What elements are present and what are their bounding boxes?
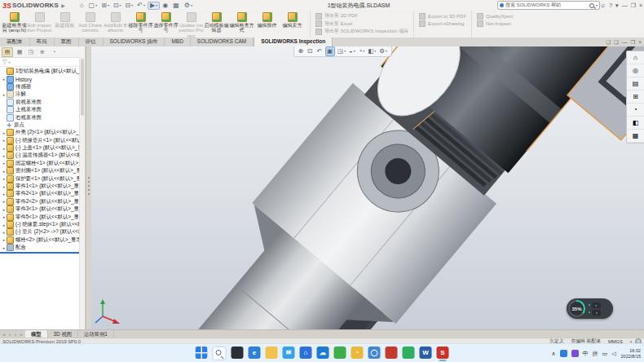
panel-tab-icon[interactable]: ▤ xyxy=(2,47,13,57)
task-pane-tab[interactable]: ◔ xyxy=(627,104,644,117)
taskbar-app-icon[interactable]: ⌂ xyxy=(300,347,312,359)
tree-item[interactable]: ▸ (-) 温度传感器<1> (默认<<默认>_ xyxy=(2,152,85,159)
taskbar-app-icon[interactable] xyxy=(232,347,244,359)
graphics-viewport[interactable]: ⊕ ⊡ ↶ ▣ xyxy=(91,46,644,329)
chevron-down-icon[interactable]: ▾ xyxy=(131,2,133,10)
tray-icon[interactable]: 中 xyxy=(583,350,589,358)
tree-item[interactable]: ▸ 零件3<1> (默认<<默认>_显示状态 xyxy=(2,205,85,213)
quick-access-button[interactable]: ⊟ ▾ xyxy=(124,2,135,10)
chevron-down-icon[interactable]: ▾ xyxy=(344,47,346,55)
taskbar-app-icon[interactable] xyxy=(386,347,398,359)
tree-item[interactable]: ▸ History xyxy=(2,75,85,82)
headsup-tool-button[interactable]: ↶ xyxy=(316,47,324,55)
export-link[interactable]: 导出至 Excel xyxy=(315,20,408,29)
panel-tab-icon[interactable]: ▦ xyxy=(15,48,24,56)
recorder-button[interactable]: ▸ xyxy=(592,302,601,308)
tree-item[interactable]: ▸ 零件5<1> (默认<<默认>_显示状态 xyxy=(2,213,85,220)
taskbar-app-icon[interactable]: ☁ xyxy=(317,347,329,359)
document-window-control-button[interactable]: × xyxy=(638,39,642,45)
tab-scroll-button[interactable]: ‹ xyxy=(7,332,12,337)
taskbar-app-icon[interactable]: S xyxy=(437,347,449,359)
tab-scroll-button[interactable]: » xyxy=(19,332,24,337)
screen-recorder-widget[interactable]: 35% ▸ ◂ xyxy=(567,298,613,319)
ribbon-button[interactable]: 编辑卖方 xyxy=(280,11,305,38)
chevron-down-icon[interactable]: ▾ xyxy=(108,2,109,10)
filter-caret-icon[interactable]: ▾ xyxy=(8,60,10,64)
window-control-button[interactable]: × xyxy=(639,2,642,8)
taskbar-clock[interactable]: 16:02 2022/8/15 xyxy=(621,348,641,359)
rollback-bar[interactable] xyxy=(0,252,83,254)
tray-icon[interactable] xyxy=(571,350,579,357)
ribbon-tab[interactable]: SOLIDWORKS 插件 xyxy=(104,38,165,46)
3d-model[interactable] xyxy=(91,46,644,329)
export-link[interactable]: 导出至 2D PDF xyxy=(315,12,408,20)
tray-icon[interactable]: ▭ xyxy=(602,351,608,357)
quick-access-button[interactable]: ⊞ ▾ xyxy=(99,2,111,10)
tree-item[interactable]: ▸ 注解 xyxy=(2,90,85,98)
quick-access-button[interactable]: ▶ ▾ xyxy=(148,2,160,10)
taskbar-app-icon[interactable]: e xyxy=(249,347,261,359)
headsup-tool-button[interactable]: ⊡ xyxy=(307,47,314,55)
quick-access-button[interactable]: ◉ xyxy=(161,2,170,10)
ribbon-button[interactable]: 新建模板 xyxy=(52,11,77,38)
chevron-down-icon[interactable]: ▾ xyxy=(95,2,97,10)
chevron-down-icon[interactable]: ▾ xyxy=(156,2,157,9)
tree-item[interactable]: ▸ 零件2<2> (默认<<默认>_显示状态 xyxy=(2,198,85,205)
export-link[interactable]: Export eDrawing xyxy=(419,20,466,29)
task-pane-tab[interactable]: ◎ xyxy=(627,64,644,77)
panel-tab-icon[interactable]: ◔ xyxy=(49,48,59,56)
task-pane-tab[interactable]: ▦ xyxy=(627,130,644,143)
tree-item[interactable]: ▸ 零件1<1> (默认<<默认>_显示状态 xyxy=(2,183,85,190)
headsup-tool-button[interactable]: ⚙ ▾ xyxy=(378,47,388,55)
taskbar-app-icon[interactable] xyxy=(403,347,415,359)
ribbon-tab[interactable]: 装配体 xyxy=(0,38,30,46)
tree-item[interactable]: ▸ 固定螺栓<1> (默认<<默认>_显示 xyxy=(2,160,85,167)
ribbon-button[interactable]: 新建检查项目 (amp;N) xyxy=(2,11,27,38)
chevron-down-icon[interactable]: ▾ xyxy=(120,2,121,10)
document-window-control-button[interactable]: — xyxy=(622,39,628,45)
quick-access-button[interactable]: ↶ ▾ xyxy=(135,2,147,10)
ribbon-button[interactable]: Add Characteristic xyxy=(77,11,103,38)
ribbon-tab[interactable]: SOLIDWORKS CAM xyxy=(191,38,254,46)
quick-access-button[interactable]: ⌂ xyxy=(78,2,86,10)
export-link[interactable]: 导出至 SOLIDWORKS Inspection 项目 xyxy=(315,28,408,36)
tree-item[interactable]: 前视基准面 xyxy=(2,99,85,106)
headsup-tool-button[interactable]: ◧ ▾ xyxy=(367,47,377,55)
tree-filter-row[interactable]: ▽ ▾ xyxy=(0,58,85,67)
ribbon-button[interactable]: 启动模板编辑器 xyxy=(204,11,229,38)
taskbar-app-icon[interactable]: ✉ xyxy=(283,347,295,359)
search-input[interactable]: 搜索 SOLIDWORKS 帮助 xyxy=(505,2,588,9)
tree-item[interactable]: 上视基准面 xyxy=(2,106,85,113)
panel-tab-icon[interactable]: ◳ xyxy=(26,48,36,56)
window-control-button[interactable]: ? xyxy=(609,2,612,8)
tray-icon[interactable] xyxy=(560,350,567,357)
menu-expand-arrow-icon[interactable]: ▶ xyxy=(61,2,65,8)
ribbon-button[interactable]: 编辑操作 xyxy=(254,11,280,38)
chevron-down-icon[interactable]: ▾ xyxy=(374,47,376,55)
tray-icon[interactable]: ∧ xyxy=(551,351,555,357)
ribbon-button[interactable]: Edit Inspection Project xyxy=(27,11,52,38)
headsup-tool-button[interactable]: ◔ ▾ xyxy=(358,47,366,55)
export-link[interactable]: Export to 3D PDF xyxy=(419,12,466,20)
quick-access-button[interactable]: ⊡ ▾ xyxy=(112,2,123,10)
tree-item[interactable]: 传感器 xyxy=(2,83,85,90)
ribbon-button[interactable]: 选择零件序号 xyxy=(153,11,179,38)
chevron-down-icon[interactable]: ▾ xyxy=(363,47,364,55)
tab-scroll-button[interactable]: « xyxy=(2,332,7,337)
quick-access-button[interactable]: ⚙ ▾ xyxy=(183,2,194,10)
tree-item[interactable]: ▸ (-) 绝缘垫片<1> (默认<<默认>_显示 xyxy=(2,137,85,144)
tree-item[interactable]: ▸ 螺栓<2> (默认<<默认>_显示状态 xyxy=(2,236,85,244)
chevron-down-icon[interactable]: ▾ xyxy=(386,47,387,55)
ribbon-tab[interactable]: 草图 xyxy=(55,38,79,46)
window-control-button[interactable]: ❐ xyxy=(631,2,636,9)
task-pane-tab[interactable]: ⊞ xyxy=(627,90,644,104)
chevron-down-icon[interactable]: ▾ xyxy=(354,47,355,55)
tree-item[interactable]: ▸ 配合 xyxy=(2,244,85,251)
tree-item[interactable]: ▸ (-) 垫片 (2)<2> ->? (默认<<默认> xyxy=(2,228,85,236)
task-pane-tab[interactable]: ⌂ xyxy=(627,51,644,64)
taskbar-app-icon[interactable]: W xyxy=(420,347,432,359)
zoom-dial[interactable]: 35% xyxy=(568,300,585,317)
tree-item[interactable]: ✛ 原点 xyxy=(2,121,85,129)
ribbon-button[interactable]: 移除零件序号 xyxy=(128,11,153,38)
tray-icon[interactable]: 拼 xyxy=(593,350,598,358)
